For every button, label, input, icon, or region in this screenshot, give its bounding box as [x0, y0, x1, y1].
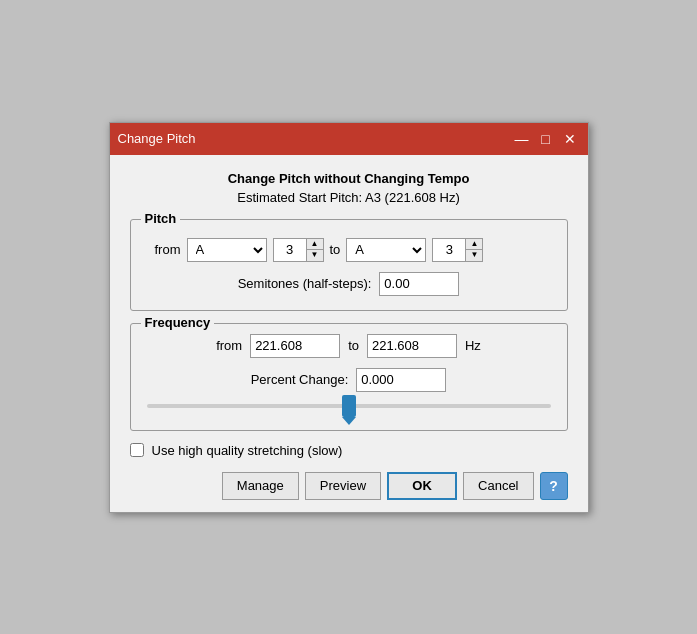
dialog-content: Change Pitch without Changing Tempo Esti… [110, 155, 588, 512]
pitch-to-label: to [330, 242, 341, 257]
slider-container [145, 404, 553, 408]
semitones-label: Semitones (half-steps): [238, 276, 372, 291]
estimated-pitch: Estimated Start Pitch: A3 (221.608 Hz) [130, 190, 568, 205]
window-controls: — □ ✕ [512, 129, 580, 149]
subtitle: Change Pitch without Changing Tempo [130, 171, 568, 186]
change-pitch-dialog: Change Pitch — □ ✕ Change Pitch without … [109, 122, 589, 513]
pitch-to-octave-up[interactable]: ▲ [466, 239, 482, 250]
pitch-to-note-select[interactable]: A A#/Bb B C C#/Db D D#/Eb E F F#/Gb G G#… [346, 238, 426, 262]
percent-input[interactable] [356, 368, 446, 392]
freq-to-label: to [348, 338, 359, 353]
pitch-to-octave-spin: ▲ ▼ [432, 238, 483, 262]
pitch-from-label: from [145, 242, 181, 257]
help-button[interactable]: ? [540, 472, 568, 500]
pitch-from-octave-up[interactable]: ▲ [307, 239, 323, 250]
pitch-group: Pitch from A A#/Bb B C C#/Db D D#/Eb E F… [130, 219, 568, 311]
pitch-from-octave-input[interactable] [274, 239, 306, 261]
pitch-to-octave-spinbtns: ▲ ▼ [465, 239, 482, 261]
pitch-to-octave-input[interactable] [433, 239, 465, 261]
hq-label[interactable]: Use high quality stretching (slow) [152, 443, 343, 458]
frequency-group: Frequency from to Hz Percent Change: [130, 323, 568, 431]
hq-checkbox[interactable] [130, 443, 144, 457]
title-bar: Change Pitch — □ ✕ [110, 123, 588, 155]
freq-from-input[interactable] [250, 334, 340, 358]
slider-thumb[interactable] [342, 395, 356, 417]
close-button[interactable]: ✕ [560, 129, 580, 149]
pitch-from-octave-spinbtns: ▲ ▼ [306, 239, 323, 261]
frequency-group-label: Frequency [141, 315, 215, 330]
pitch-row: from A A#/Bb B C C#/Db D D#/Eb E F F#/Gb… [145, 238, 553, 262]
pitch-to-octave-down[interactable]: ▼ [466, 250, 482, 261]
percent-row: Percent Change: [145, 368, 553, 392]
pitch-from-octave-down[interactable]: ▼ [307, 250, 323, 261]
hq-row: Use high quality stretching (slow) [130, 443, 568, 458]
pitch-group-label: Pitch [141, 211, 181, 226]
hz-label: Hz [465, 338, 481, 353]
pitch-from-octave-spin: ▲ ▼ [273, 238, 324, 262]
cancel-button[interactable]: Cancel [463, 472, 533, 500]
freq-to-input[interactable] [367, 334, 457, 358]
pitch-from-note-select[interactable]: A A#/Bb B C C#/Db D D#/Eb E F F#/Gb G G#… [187, 238, 267, 262]
button-row: Manage Preview OK Cancel ? [130, 472, 568, 500]
freq-from-label: from [216, 338, 242, 353]
preview-button[interactable]: Preview [305, 472, 381, 500]
ok-button[interactable]: OK [387, 472, 457, 500]
manage-button[interactable]: Manage [222, 472, 299, 500]
minimize-button[interactable]: — [512, 129, 532, 149]
semitones-row: Semitones (half-steps): [145, 272, 553, 296]
slider-track [147, 404, 551, 408]
window-title: Change Pitch [118, 131, 196, 146]
semitones-input[interactable] [379, 272, 459, 296]
maximize-button[interactable]: □ [536, 129, 556, 149]
frequency-row: from to Hz [145, 334, 553, 358]
percent-label: Percent Change: [251, 372, 349, 387]
